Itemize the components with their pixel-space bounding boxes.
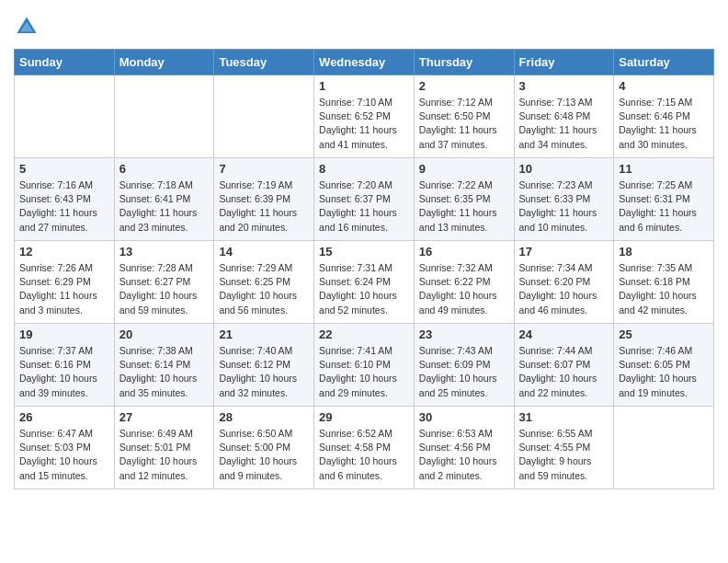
calendar-cell (114, 75, 214, 158)
calendar-cell: 19Sunrise: 7:37 AMSunset: 6:16 PMDayligh… (15, 324, 115, 407)
calendar-cell: 16Sunrise: 7:32 AMSunset: 6:22 PMDayligh… (414, 241, 514, 324)
logo (14, 14, 43, 40)
cell-info: Sunrise: 7:37 AMSunset: 6:16 PMDaylight:… (19, 344, 109, 400)
cell-info: Sunrise: 7:18 AMSunset: 6:41 PMDaylight:… (119, 178, 210, 235)
cell-info: Sunrise: 7:46 AMSunset: 6:05 PMDaylight:… (619, 344, 709, 400)
cell-info: Sunrise: 7:22 AMSunset: 6:35 PMDaylight:… (419, 178, 509, 235)
date-number: 16 (419, 245, 509, 259)
calendar-cell: 20Sunrise: 7:38 AMSunset: 6:14 PMDayligh… (114, 324, 214, 407)
cell-info: Sunrise: 7:28 AMSunset: 6:27 PMDaylight:… (119, 261, 210, 317)
date-number: 19 (19, 327, 109, 341)
date-number: 8 (319, 162, 409, 176)
calendar-cell: 24Sunrise: 7:44 AMSunset: 6:07 PMDayligh… (514, 324, 614, 407)
calendar-cell: 23Sunrise: 7:43 AMSunset: 6:09 PMDayligh… (414, 324, 514, 407)
date-number: 21 (219, 327, 309, 341)
date-number: 22 (319, 327, 409, 341)
date-number: 14 (219, 245, 309, 259)
cell-info: Sunrise: 6:47 AMSunset: 5:03 PMDaylight:… (19, 427, 109, 483)
date-number: 15 (319, 245, 409, 259)
date-number: 30 (419, 410, 509, 424)
calendar-cell: 6Sunrise: 7:18 AMSunset: 6:41 PMDaylight… (114, 158, 214, 241)
cell-info: Sunrise: 6:50 AMSunset: 5:00 PMDaylight:… (219, 427, 309, 483)
calendar-cell: 9Sunrise: 7:22 AMSunset: 6:35 PMDaylight… (414, 158, 514, 241)
calendar-cell: 26Sunrise: 6:47 AMSunset: 5:03 PMDayligh… (15, 407, 115, 489)
calendar-cell: 4Sunrise: 7:15 AMSunset: 6:46 PMDaylight… (614, 75, 714, 158)
cell-info: Sunrise: 7:44 AMSunset: 6:07 PMDaylight:… (519, 344, 609, 400)
calendar-cell: 22Sunrise: 7:41 AMSunset: 6:10 PMDayligh… (314, 324, 415, 407)
calendar-cell: 27Sunrise: 6:49 AMSunset: 5:01 PMDayligh… (114, 407, 214, 489)
cell-info: Sunrise: 7:10 AMSunset: 6:52 PMDaylight:… (319, 96, 409, 152)
calendar-cell (214, 75, 314, 158)
calendar-cell: 1Sunrise: 7:10 AMSunset: 6:52 PMDaylight… (314, 75, 415, 158)
date-number: 11 (619, 162, 709, 176)
date-number: 18 (619, 245, 709, 259)
date-number: 9 (419, 162, 509, 176)
date-number: 6 (119, 162, 210, 176)
date-number: 10 (519, 162, 609, 176)
date-number: 2 (419, 79, 509, 93)
cell-info: Sunrise: 7:13 AMSunset: 6:48 PMDaylight:… (519, 96, 609, 152)
calendar-cell (15, 75, 115, 158)
calendar-cell: 25Sunrise: 7:46 AMSunset: 6:05 PMDayligh… (614, 324, 714, 407)
calendar-cell: 18Sunrise: 7:35 AMSunset: 6:18 PMDayligh… (614, 241, 714, 324)
date-number: 24 (519, 327, 609, 341)
calendar-cell: 28Sunrise: 6:50 AMSunset: 5:00 PMDayligh… (214, 407, 314, 489)
calendar-cell: 12Sunrise: 7:26 AMSunset: 6:29 PMDayligh… (15, 241, 115, 324)
day-header-thursday: Thursday (414, 50, 514, 75)
calendar-cell: 21Sunrise: 7:40 AMSunset: 6:12 PMDayligh… (214, 324, 314, 407)
day-header-saturday: Saturday (614, 50, 714, 75)
cell-info: Sunrise: 6:55 AMSunset: 4:55 PMDaylight:… (519, 427, 609, 483)
cell-info: Sunrise: 7:32 AMSunset: 6:22 PMDaylight:… (419, 261, 509, 317)
logo-icon (14, 14, 40, 40)
calendar-cell: 17Sunrise: 7:34 AMSunset: 6:20 PMDayligh… (514, 241, 614, 324)
date-number: 17 (519, 245, 609, 259)
cell-info: Sunrise: 7:41 AMSunset: 6:10 PMDaylight:… (319, 344, 409, 400)
cell-info: Sunrise: 7:23 AMSunset: 6:33 PMDaylight:… (519, 178, 609, 235)
calendar-cell: 5Sunrise: 7:16 AMSunset: 6:43 PMDaylight… (15, 158, 115, 241)
day-header-friday: Friday (514, 50, 614, 75)
cell-info: Sunrise: 7:16 AMSunset: 6:43 PMDaylight:… (19, 178, 109, 235)
calendar-cell (614, 407, 714, 489)
date-number: 13 (119, 245, 210, 259)
date-number: 31 (519, 410, 609, 424)
date-number: 26 (19, 410, 109, 424)
date-number: 29 (319, 410, 409, 424)
day-header-monday: Monday (114, 50, 214, 75)
cell-info: Sunrise: 7:20 AMSunset: 6:37 PMDaylight:… (319, 178, 409, 235)
date-number: 27 (119, 410, 210, 424)
date-number: 25 (619, 327, 709, 341)
cell-info: Sunrise: 7:38 AMSunset: 6:14 PMDaylight:… (119, 344, 210, 400)
cell-info: Sunrise: 7:43 AMSunset: 6:09 PMDaylight:… (419, 344, 509, 400)
cell-info: Sunrise: 7:25 AMSunset: 6:31 PMDaylight:… (619, 178, 709, 235)
date-number: 23 (419, 327, 509, 341)
cell-info: Sunrise: 7:34 AMSunset: 6:20 PMDaylight:… (519, 261, 609, 317)
day-header-tuesday: Tuesday (214, 50, 314, 75)
calendar-cell: 2Sunrise: 7:12 AMSunset: 6:50 PMDaylight… (414, 75, 514, 158)
cell-info: Sunrise: 7:31 AMSunset: 6:24 PMDaylight:… (319, 261, 409, 317)
cell-info: Sunrise: 7:12 AMSunset: 6:50 PMDaylight:… (419, 96, 509, 152)
calendar-cell: 7Sunrise: 7:19 AMSunset: 6:39 PMDaylight… (214, 158, 314, 241)
cell-info: Sunrise: 7:19 AMSunset: 6:39 PMDaylight:… (219, 178, 309, 235)
calendar-cell: 10Sunrise: 7:23 AMSunset: 6:33 PMDayligh… (514, 158, 614, 241)
date-number: 1 (319, 79, 409, 93)
calendar-cell: 8Sunrise: 7:20 AMSunset: 6:37 PMDaylight… (314, 158, 415, 241)
day-header-sunday: Sunday (15, 50, 115, 75)
calendar-cell: 11Sunrise: 7:25 AMSunset: 6:31 PMDayligh… (614, 158, 714, 241)
date-number: 20 (119, 327, 210, 341)
calendar-cell: 29Sunrise: 6:52 AMSunset: 4:58 PMDayligh… (314, 407, 415, 489)
cell-info: Sunrise: 7:40 AMSunset: 6:12 PMDaylight:… (219, 344, 309, 400)
calendar-cell: 3Sunrise: 7:13 AMSunset: 6:48 PMDaylight… (514, 75, 614, 158)
date-number: 28 (219, 410, 309, 424)
calendar-cell: 13Sunrise: 7:28 AMSunset: 6:27 PMDayligh… (114, 241, 214, 324)
page-header (14, 14, 714, 40)
calendar-cell: 14Sunrise: 7:29 AMSunset: 6:25 PMDayligh… (214, 241, 314, 324)
date-number: 3 (519, 79, 609, 93)
calendar-cell: 31Sunrise: 6:55 AMSunset: 4:55 PMDayligh… (514, 407, 614, 489)
date-number: 4 (619, 79, 709, 93)
cell-info: Sunrise: 7:26 AMSunset: 6:29 PMDaylight:… (19, 261, 109, 317)
cell-info: Sunrise: 6:49 AMSunset: 5:01 PMDaylight:… (119, 427, 210, 483)
cell-info: Sunrise: 7:29 AMSunset: 6:25 PMDaylight:… (219, 261, 309, 317)
cell-info: Sunrise: 6:52 AMSunset: 4:58 PMDaylight:… (319, 427, 409, 483)
date-number: 7 (219, 162, 309, 176)
calendar-cell: 15Sunrise: 7:31 AMSunset: 6:24 PMDayligh… (314, 241, 415, 324)
